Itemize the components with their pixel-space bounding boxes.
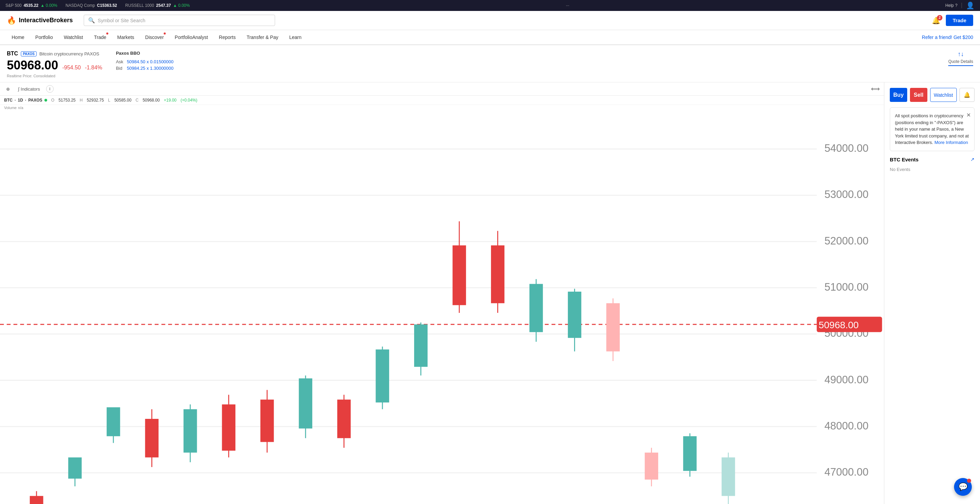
svg-rect-40	[375, 349, 389, 402]
bid-size: 1.30000000	[150, 65, 173, 71]
chat-icon: 💬	[958, 482, 968, 491]
chart-expand-button[interactable]: ⟺	[871, 85, 880, 93]
ohlc-close-label: C	[136, 98, 139, 102]
quote-realtime-label: Realtime Price: Consolidated	[7, 74, 102, 78]
svg-rect-24	[68, 458, 82, 479]
nav-item-portfolio[interactable]: Portfolio	[30, 30, 57, 45]
search-bar[interactable]: 🔍 Symbol or Site Search	[84, 15, 275, 26]
watchlist-button[interactable]: Watchlist	[930, 88, 957, 102]
indicators-button[interactable]: ∫ Indicators	[16, 86, 42, 93]
events-empty-message: No Events	[890, 167, 910, 172]
user-profile-icon[interactable]: 👤	[966, 2, 975, 10]
quote-details-button[interactable]: ↑↓ Quote Details	[948, 51, 973, 66]
chart-info-button[interactable]: i	[46, 85, 54, 93]
quote-price: 50968.00	[7, 58, 58, 72]
chart-crosshair-button[interactable]: ⊕	[4, 86, 12, 93]
ohlc-open-value: 51753.25	[59, 98, 75, 102]
ohlc-high-label: H	[80, 98, 83, 102]
paxos-badge: PAXOS	[21, 51, 37, 56]
ask-size: 0.01500000	[150, 59, 173, 64]
navbar: 🔥 InteractiveBrokers 🔍 Symbol or Site Se…	[0, 11, 980, 30]
logo-flame-icon: 🔥	[7, 16, 16, 25]
chart-symbol: BTC	[4, 98, 13, 102]
ohlc-change-pct: (+0.04%)	[181, 98, 197, 102]
ticker-bar: S&P 500 4535.22 ▲ 0.00% NASDAQ Comp C153…	[0, 0, 980, 11]
indicators-label: Indicators	[21, 86, 40, 92]
svg-text:48000.00: 48000.00	[824, 420, 869, 432]
trade-dot-indicator	[106, 32, 108, 35]
svg-rect-22	[30, 496, 43, 504]
svg-rect-36	[299, 378, 312, 429]
nav-item-markets[interactable]: Markets	[113, 30, 139, 45]
chart-svg-container: 54000.00 53000.00 52000.00 51000.00 5000…	[0, 110, 884, 504]
nav-portfolio-label: Portfolio	[35, 35, 52, 40]
nav-transfer-pay-label: Transfer & Pay	[247, 35, 278, 40]
events-header: BTC Events ↗	[890, 156, 975, 163]
events-external-link[interactable]: ↗	[970, 156, 975, 162]
ohlc-low-value: 50585.00	[115, 98, 132, 102]
quote-details-label: Quote Details	[948, 59, 973, 64]
notifications-button[interactable]: 🔔 2	[932, 16, 940, 25]
svg-rect-54	[645, 453, 658, 480]
bid-row: Bid 50984.25 x 1.30000000	[116, 65, 173, 71]
ticker-russell-label: RUSSELL 1000	[126, 3, 154, 8]
search-icon: 🔍	[88, 17, 95, 24]
ticker-russell-change: ▲ 0.00%	[173, 3, 189, 8]
volume-value: n/a	[18, 106, 23, 110]
logo[interactable]: 🔥 InteractiveBrokers	[7, 16, 73, 25]
ticker-more-dots[interactable]: ···	[566, 3, 569, 8]
nav-discover-label: Discover	[145, 35, 164, 40]
ohlc-close-value: 50968.00	[143, 98, 159, 102]
nav-item-portfolioanalyst[interactable]: PortfolioAnalyst	[170, 30, 213, 45]
sell-button[interactable]: Sell	[910, 88, 928, 102]
help-button[interactable]: Help ?	[945, 3, 958, 8]
bid-value: 50984.25 x 1.30000000	[127, 65, 173, 71]
buy-button[interactable]: Buy	[890, 88, 907, 102]
ohlc-change: +19.00	[164, 98, 176, 102]
ask-label: Ask	[116, 59, 124, 64]
ask-price: 50984.50	[127, 59, 145, 64]
quote-change-pct: -1.84%	[85, 65, 102, 71]
chart-separator: ·	[15, 98, 16, 102]
indicators-icon: ∫	[18, 86, 19, 92]
ticker-right-section: Help ? 👤	[945, 2, 975, 10]
volume-label: Volume	[4, 106, 17, 110]
chat-bubble-button[interactable]: 💬	[954, 478, 972, 496]
svg-rect-30	[183, 409, 197, 453]
nav-item-trade[interactable]: Trade	[89, 30, 111, 45]
trade-button[interactable]: Trade	[946, 15, 973, 26]
ticker-nasdaq-label: NASDAQ Comp	[65, 3, 95, 8]
nav-item-transfer-pay[interactable]: Transfer & Pay	[242, 30, 283, 45]
chart-symbol-info: BTC · 1D · PAXOS	[4, 98, 47, 102]
nav-item-learn[interactable]: Learn	[285, 30, 307, 45]
ticker-russell: RUSSELL 1000 2547.37 ▲ 0.00%	[126, 3, 190, 8]
nav-item-home[interactable]: Home	[7, 30, 29, 45]
bell-alert-icon: 🔔	[964, 92, 970, 98]
nav-item-watchlist[interactable]: Watchlist	[59, 30, 88, 45]
logo-text-brokers: Brokers	[49, 17, 73, 24]
chart-timeframe: 1D	[18, 98, 23, 102]
discover-dot-indicator	[164, 32, 166, 35]
crypto-info-box: ✕ All spot positions in cryptocurrency (…	[890, 107, 975, 151]
info-box-close-button[interactable]: ✕	[966, 111, 971, 119]
alert-button[interactable]: 🔔	[959, 88, 975, 102]
ticker-sp500-label: S&P 500	[5, 3, 22, 8]
chat-badge	[967, 479, 971, 483]
ticker-sp500-value: 4535.22	[24, 3, 38, 8]
quote-details-arrows-icon: ↑↓	[958, 51, 964, 58]
events-title: BTC Events	[890, 156, 918, 163]
help-icon: ?	[955, 3, 958, 8]
svg-rect-28	[145, 419, 159, 458]
logo-text-interactive: Interactive	[19, 17, 49, 24]
live-indicator-dot	[45, 99, 47, 102]
notifications-badge: 2	[937, 15, 942, 21]
nav-item-reports[interactable]: Reports	[214, 30, 240, 45]
bid-x: x	[146, 65, 150, 71]
ticker-nasdaq: NASDAQ Comp C15363.52	[65, 3, 117, 8]
nav-item-discover[interactable]: Discover	[140, 30, 169, 45]
svg-text:52000.00: 52000.00	[824, 235, 869, 247]
main-navigation: Home Portfolio Watchlist Trade Markets D…	[0, 30, 980, 45]
refer-friend-link[interactable]: Refer a friend! Get $200	[922, 35, 973, 40]
quote-details-underline	[948, 65, 973, 66]
more-information-link[interactable]: More Information	[935, 140, 968, 145]
